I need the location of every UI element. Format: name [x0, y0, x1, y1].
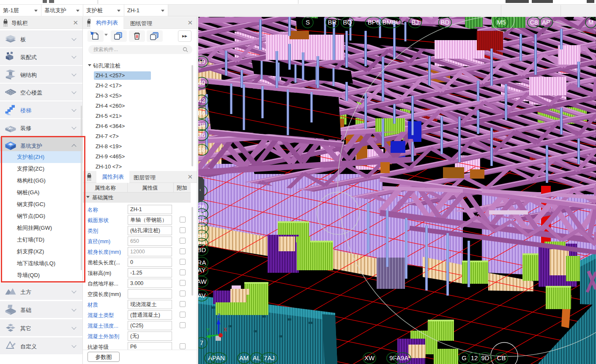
svg-text:40: 40 [198, 79, 205, 86]
svg-text:9D: 9D [481, 354, 489, 361]
svg-text:38: 38 [198, 121, 205, 128]
svg-text:BR: BR [328, 19, 337, 26]
svg-text:M: M [588, 19, 594, 26]
svg-text:PAN: PAN [212, 354, 225, 361]
svg-text:BD: BD [441, 19, 450, 26]
svg-text:BP6: BP6 [368, 19, 380, 26]
svg-text:A9A: A9A [396, 354, 408, 361]
svg-text:CB: CB [497, 354, 506, 361]
svg-text:AV: AV [198, 292, 205, 299]
svg-text:S: S [306, 19, 310, 26]
svg-text:19: 19 [198, 58, 205, 65]
svg-text:Z: Z [217, 313, 220, 319]
svg-text:42: 42 [198, 97, 205, 104]
svg-text:7: 7 [200, 339, 203, 346]
svg-text:X: X [224, 327, 227, 333]
svg-text:BD: BD [198, 246, 206, 253]
svg-text:7AJ: 7AJ [264, 354, 275, 361]
svg-text:36: 36 [198, 131, 205, 139]
svg-text:BMBL: BMBL [383, 19, 400, 26]
svg-text:G: G [462, 354, 467, 361]
svg-text:XW: XW [364, 354, 375, 361]
svg-text:BQ: BQ [343, 19, 352, 26]
svg-text:‹: ‹ [200, 187, 201, 192]
svg-text:9F: 9F [389, 354, 397, 361]
svg-text:B6: B6 [198, 109, 205, 117]
svg-text:18: 18 [198, 146, 205, 153]
svg-text:AM: AM [239, 354, 249, 361]
svg-text:AL: AL [253, 354, 260, 361]
svg-text:M5: M5 [497, 19, 506, 26]
svg-text:12: 12 [471, 354, 478, 361]
svg-text:BJ: BJ [411, 19, 419, 26]
svg-text:C8: C8 [530, 19, 538, 26]
svg-text:AW: AW [198, 278, 207, 285]
svg-text:AP: AP [542, 19, 550, 26]
svg-text:AY: AY [198, 266, 205, 274]
svg-text:Y: Y [206, 327, 210, 333]
